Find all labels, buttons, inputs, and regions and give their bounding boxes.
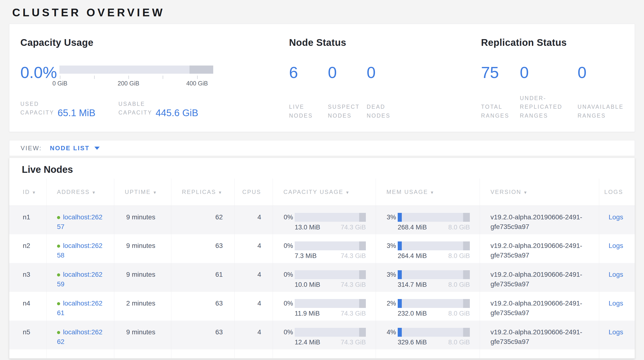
empty-cell [171, 349, 234, 358]
node-replicas-cell: 63 [171, 321, 234, 349]
empty-cell [46, 349, 114, 358]
node-id-cell: n4 [9, 292, 46, 321]
node-address-text[interactable]: localhost:26262 [57, 328, 102, 345]
cluster-overview-page: CLUSTER OVERVIEW Capacity Usage 0.0% 0 G… [0, 6, 644, 358]
mem-total-value: 8.0 GiB [448, 252, 470, 260]
node-address-link[interactable]: localhost:26261 [57, 299, 102, 316]
node-mem-usage-cell: 3% 314.7 MiB 8.0 GiB [376, 263, 480, 292]
logs-link[interactable]: Logs [608, 242, 623, 249]
node-version-cell: v19.2.0-alpha.20190606-2491-gfe735c9a97 [480, 206, 599, 234]
capacity-axis-ticks [60, 76, 213, 79]
node-version-cell: v19.2.0-alpha.20190606-2491-gfe735c9a97 [480, 321, 599, 349]
node-address-link[interactable]: localhost:26258 [57, 242, 102, 259]
node-address-text[interactable]: localhost:26261 [57, 299, 102, 316]
capacity-usage-bar [295, 299, 366, 308]
live-nodes-label: LIVE NODES [289, 102, 328, 120]
axis-tick [128, 76, 129, 79]
under-replicated-ranges-count: 0 [520, 64, 578, 80]
column-header-replicas[interactable]: REPLICAS▼ [171, 178, 234, 206]
sort-arrow-icon: ▼ [218, 190, 223, 195]
node-version-cell: v19.2.0-alpha.20190606-2491-gfe735c9a97 [480, 234, 599, 263]
logs-link[interactable]: Logs [608, 271, 623, 278]
node-uptime-cell: 9 minutes [114, 263, 171, 292]
empty-cell [273, 349, 376, 358]
view-selected-value[interactable]: NODE LIST [50, 144, 90, 152]
capacity-usage-section: Capacity Usage 0.0% 0 GiB200 GiB400 GiB … [20, 24, 289, 132]
mem-usage-bar [398, 241, 470, 250]
capacity-total-value: 74.3 GiB [341, 338, 366, 346]
sort-arrow-icon: ▼ [152, 190, 158, 195]
capacity-used-value: 11.9 MiB [295, 310, 320, 317]
capacity-used-value: 10.0 MiB [295, 281, 320, 288]
node-address-text[interactable]: localhost:26258 [57, 242, 102, 259]
logs-link[interactable]: Logs [608, 299, 623, 307]
node-version-cell: v19.2.0-alpha.20190606-2491-gfe735c9a97 [480, 292, 599, 321]
axis-tick [163, 76, 163, 79]
mem-usage-bar-reserved [463, 328, 470, 337]
logs-link[interactable]: Logs [608, 328, 623, 336]
node-logs-cell: Logs [599, 292, 635, 321]
mem-used-value: 268.4 MiB [398, 224, 427, 231]
sort-arrow-icon: ▼ [523, 190, 528, 195]
node-address-text[interactable]: localhost:26257 [57, 213, 102, 230]
empty-cell [376, 349, 480, 358]
live-nodes-stat: 6 LIVE NODES [289, 64, 328, 120]
capacity-percent-label: 0% [284, 328, 295, 346]
axis-tick [197, 76, 198, 79]
table-row: n4 localhost:26261 2 minutes 63 4 0% 11.… [9, 292, 635, 321]
table-row-partial [9, 349, 635, 358]
node-mem-usage-cell: 3% 264.4 MiB 8.0 GiB [376, 234, 480, 263]
view-label: VIEW: [20, 144, 42, 152]
column-header-uptime[interactable]: UPTIME▼ [114, 178, 171, 206]
mem-used-value: 329.6 MiB [398, 338, 427, 346]
unavailable-ranges-label: UNAVAILABLE RANGES [578, 102, 624, 120]
table-row: n5 localhost:26262 9 minutes 63 4 0% 12.… [9, 321, 635, 349]
node-replicas-cell: 63 [171, 234, 234, 263]
logs-link[interactable]: Logs [608, 213, 623, 221]
column-header-mem-usage[interactable]: MEM USAGE▼ [376, 178, 480, 206]
capacity-details: USED CAPACITY 65.1 MiB USABLE CAPACITY 4… [20, 100, 289, 117]
empty-cell [234, 349, 273, 358]
capacity-used-value: 12.4 MiB [295, 338, 320, 346]
axis-tick [60, 76, 60, 79]
column-header-capacity-usage[interactable]: CAPACITY USAGE▼ [273, 178, 376, 206]
capacity-percent-label: 0% [284, 270, 295, 288]
node-address-text[interactable]: localhost:26259 [57, 271, 102, 288]
axis-tick-label: 0 GiB [52, 80, 68, 87]
column-header-address[interactable]: ADDRESS▼ [46, 178, 114, 206]
total-ranges-count: 75 [481, 64, 520, 80]
node-address-link[interactable]: localhost:26259 [57, 271, 102, 288]
total-ranges-label: TOTAL RANGES [481, 102, 520, 120]
dead-nodes-stat: 0 DEAD NODES [366, 64, 390, 120]
mem-total-value: 8.0 GiB [448, 310, 470, 317]
mem-percent-label: 3% [387, 213, 398, 231]
mem-used-value: 264.4 MiB [398, 252, 427, 260]
mem-usage-bar-reserved [463, 241, 470, 250]
node-address-link[interactable]: localhost:26257 [57, 213, 102, 230]
node-replicas-cell: 63 [171, 292, 234, 321]
column-header-id[interactable]: ID▼ [9, 178, 46, 206]
capacity-usage-heading: Capacity Usage [20, 37, 289, 48]
node-address-link[interactable]: localhost:26262 [57, 328, 102, 345]
node-cpus-cell: 4 [234, 206, 273, 234]
node-capacity-usage-cell: 0% 11.9 MiB 74.3 GiB [273, 292, 376, 321]
mem-usage-bar-fill [398, 213, 402, 222]
column-header-version[interactable]: VERSION▼ [480, 178, 599, 206]
used-capacity-stat: USED CAPACITY 65.1 MiB [20, 100, 95, 117]
capacity-usage-chart: 0.0% 0 GiB200 GiB400 GiB [20, 64, 289, 87]
capacity-usage-bar [295, 328, 366, 337]
view-selector-dropdown[interactable]: NODE LIST [50, 144, 100, 152]
node-id-cell: n1 [9, 206, 46, 234]
node-address-cell: localhost:26259 [46, 263, 114, 292]
capacity-percent-label: 0% [284, 299, 295, 317]
empty-cell [480, 349, 599, 358]
table-row: n1 localhost:26257 9 minutes 62 4 0% 13.… [9, 206, 635, 234]
node-mem-usage-cell: 2% 232.0 MiB 8.0 GiB [376, 292, 480, 321]
node-mem-usage-cell: 4% 329.6 MiB 8.0 GiB [376, 321, 480, 349]
capacity-usage-bar [295, 213, 366, 222]
unavailable-ranges-stat: 0 UNAVAILABLE RANGES [578, 64, 624, 120]
node-capacity-usage-cell: 0% 13.0 MiB 74.3 GiB [273, 206, 376, 234]
node-version-cell: v19.2.0-alpha.20190606-2491-gfe735c9a97 [480, 263, 599, 292]
mem-usage-bar [398, 328, 470, 337]
node-logs-cell: Logs [599, 234, 635, 263]
